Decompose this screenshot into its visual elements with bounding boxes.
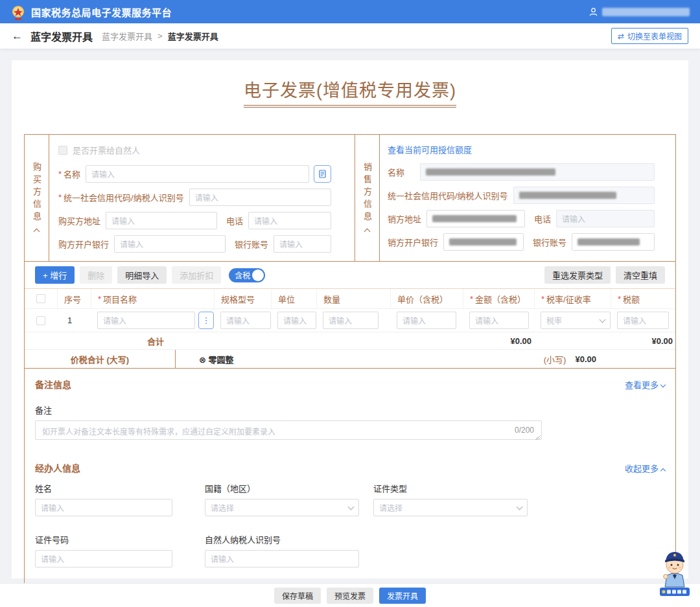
buyer-name-label: 名称 (64, 168, 80, 180)
spec-input[interactable]: 请输入 (220, 312, 271, 329)
total-tax: ¥0.00 (651, 336, 673, 346)
choose-buyer-icon-button[interactable] (314, 165, 331, 183)
buyer-phone-input[interactable]: 请输入 (248, 212, 331, 229)
agent-section-title: 经办人信息 (35, 461, 80, 474)
buyer-tax-id-input[interactable]: 请输入 (189, 189, 331, 206)
currency-capital-icon: ⊗ (199, 355, 206, 365)
detail-import-button[interactable]: 明细导入 (117, 266, 167, 284)
unit-input[interactable]: 请输入 (277, 312, 316, 329)
more-vertical-icon: ⋮ (202, 315, 211, 325)
buyer-bank-label: 购方开户银行 (58, 238, 109, 250)
add-row-button[interactable]: + 增行 (35, 266, 75, 284)
preview-invoice-button[interactable]: 预览发票 (327, 588, 373, 604)
chevron-up-icon (34, 228, 40, 235)
seller-address-input[interactable] (426, 210, 525, 227)
page-bar: ← 蓝字发票开具 蓝字发票开具 > 蓝字发票开具 ⇄ 切换至表单视图 (0, 23, 700, 49)
issue-invoice-button[interactable]: 发票开具 (379, 588, 426, 604)
breadcrumb-parent[interactable]: 蓝字发票开具 (102, 30, 152, 42)
amount-in-words: 零圆整 (209, 355, 234, 365)
natural-person-checkbox[interactable] (58, 146, 67, 155)
chevron-down-icon (600, 316, 606, 323)
buyer-name-input[interactable]: 请输入 (86, 165, 309, 183)
collapse-more-link[interactable]: 收起更多 (625, 462, 665, 474)
id-type-label: 证件类型 (373, 482, 528, 494)
tax-amount-input[interactable]: 请输入 (617, 312, 669, 329)
agent-name-input[interactable]: 请输入 (35, 499, 172, 516)
user-icon[interactable] (589, 7, 598, 17)
buyer-bank-input[interactable]: 请输入 (114, 235, 226, 253)
seller-section-label: 销售方信息 (361, 163, 373, 224)
seller-name-field (420, 163, 655, 181)
remarks-section-title: 备注信息 (35, 378, 71, 391)
quantity-input[interactable]: 请输入 (323, 312, 379, 329)
switch-to-form-view-button[interactable]: ⇄ 切换至表单视图 (611, 28, 688, 44)
resize-handle[interactable] (535, 435, 541, 440)
unit-price-input[interactable]: 请输入 (397, 312, 456, 329)
switch-view-icon: ⇄ (618, 32, 624, 41)
agent-section: 经办人信息 收起更多 姓名 请输入 国籍（地区） 请选择 证件类型 (25, 442, 675, 588)
seller-bank-label: 销方开户银行 (388, 236, 438, 248)
row-checkbox[interactable] (36, 316, 45, 325)
seller-address-label: 销方地址 (388, 212, 421, 225)
page-title: 蓝字发票开具 (30, 29, 93, 44)
buyer-section-label: 购买方信息 (30, 163, 43, 224)
chevron-down-icon (348, 503, 355, 510)
invoice-title: 电子发票(增值税专用发票) (244, 76, 456, 106)
amount-in-words-row: 价税合计 (大写) ⊗ 零圆整 (小写) ¥0.00 (25, 350, 675, 369)
chevron-down-icon (517, 503, 523, 510)
username-redacted[interactable] (602, 8, 690, 16)
assistant-mascot[interactable] (658, 547, 692, 597)
natural-tax-id-input[interactable]: 请输入 (205, 550, 359, 567)
chevron-up-icon (660, 468, 666, 473)
nationality-label: 国籍（地区） (205, 482, 359, 494)
add-discount-button[interactable]: 添加折扣 (172, 266, 221, 284)
item-name-input[interactable]: 请输入 (97, 312, 195, 329)
buyer-section-collapse[interactable]: 购买方信息 (25, 135, 49, 261)
select-all-checkbox[interactable] (36, 294, 45, 303)
id-number-input[interactable]: 请输入 (35, 550, 172, 567)
seller-account-input[interactable] (572, 233, 655, 251)
agent-name-label: 姓名 (35, 482, 172, 494)
buyer-address-input[interactable]: 请输入 (106, 212, 217, 229)
nationality-select[interactable]: 请选择 (205, 499, 359, 516)
items-table: 序号 *项目名称 规格型号 单位 数量 单价（含税） *金额（含税） *税率/征… (25, 288, 675, 369)
row-index: 1 (64, 315, 72, 325)
natural-tax-id-label: 自然人纳税人识别号 (205, 533, 359, 545)
breadcrumb-separator-icon: > (158, 31, 163, 41)
seller-tax-id-field (513, 187, 655, 204)
id-number-label: 证件号码 (35, 533, 172, 545)
app-header: 国家税务总局电子发票服务平台 (0, 0, 700, 23)
buyer-phone-label: 电话 (226, 214, 243, 227)
total-row: 合计 ¥0.00 ¥0.00 (25, 332, 675, 350)
reselect-invoice-type-button[interactable]: 重选发票类型 (544, 266, 611, 284)
id-type-select[interactable]: 请选择 (373, 499, 528, 516)
seller-section: 销售方信息 查看当前可用授信额度 名称 统一社会信用代码/纳税人识别号 (355, 135, 675, 261)
breadcrumb: 蓝字发票开具 > 蓝字发票开具 (102, 30, 218, 42)
item-row-1: 1 请输入 ⋮ 请输入 请输入 请输入 请输入 请输入 税率 (25, 309, 675, 332)
buyer-account-label: 银行账号 (235, 238, 268, 250)
seller-section-collapse[interactable]: 销售方信息 (355, 135, 380, 261)
view-more-link[interactable]: 查看更多 (625, 378, 665, 391)
seller-name-label: 名称 (388, 166, 415, 178)
platform-title: 国家税务总局电子发票服务平台 (31, 5, 172, 19)
action-footer: 保存草稿 预览发票 发票开具 (0, 583, 700, 607)
remark-label: 备注 (35, 404, 665, 416)
back-icon[interactable]: ← (12, 30, 23, 43)
tax-included-toggle[interactable]: 含税 (229, 268, 265, 282)
remark-textarea[interactable] (35, 420, 542, 440)
clear-reset-button[interactable]: 清空重填 (616, 266, 665, 284)
seller-phone-field: 请输入 (556, 210, 655, 227)
credit-limit-link[interactable]: 查看当前可用授信额度 (388, 143, 472, 155)
amount-input[interactable]: 请输入 (469, 312, 529, 329)
seller-bank-input[interactable] (443, 233, 524, 251)
tax-rate-select[interactable]: 税率 (541, 312, 611, 329)
remarks-section: 备注信息 查看更多 备注 0/200 (25, 369, 675, 442)
chevron-up-icon (364, 228, 371, 235)
items-toolbar: + 增行 删除 明细导入 添加折扣 含税 重选发票类型 清空重填 (25, 262, 675, 288)
save-draft-button[interactable]: 保存草稿 (274, 588, 321, 604)
delete-row-button[interactable]: 删除 (80, 266, 112, 284)
buyer-account-input[interactable]: 请输入 (274, 235, 331, 253)
buyer-section: 购买方信息 是否开票给自然人 * 名称 请输入 (25, 135, 355, 261)
item-more-button[interactable]: ⋮ (198, 312, 214, 329)
breadcrumb-current: 蓝字发票开具 (168, 30, 218, 42)
